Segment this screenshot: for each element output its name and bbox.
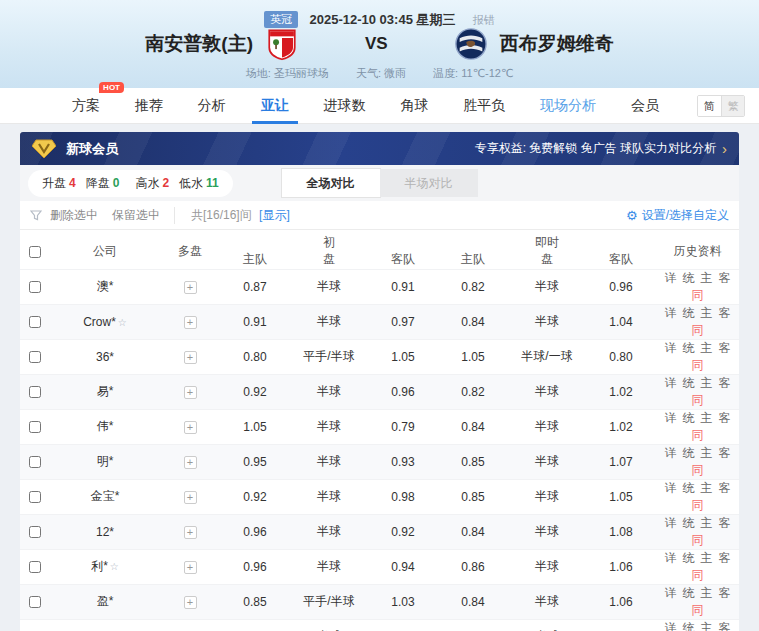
company-link[interactable]: 金宝* [91,489,120,503]
history-away-link[interactable]: 客 [719,306,731,320]
history-away-link[interactable]: 客 [719,376,731,390]
expand-multi-button[interactable]: + [184,456,197,469]
report-error-link[interactable]: 报错 [473,14,495,26]
history-away-link[interactable]: 客 [719,341,731,355]
expand-multi-button[interactable]: + [184,526,197,539]
history-detail-link[interactable]: 详 [665,586,677,600]
row-checkbox[interactable] [29,561,41,573]
company-link[interactable]: 易* [97,384,114,398]
history-same-link[interactable]: 同 [692,533,704,547]
history-home-link[interactable]: 主 [701,516,713,530]
nav-item-jiaoqiu[interactable]: 角球 [400,88,428,123]
history-stats-link[interactable]: 统 [683,586,695,600]
company-link[interactable]: 盈* [97,594,114,608]
history-same-link[interactable]: 同 [692,428,704,442]
history-home-link[interactable]: 主 [701,411,713,425]
history-same-link[interactable]: 同 [692,498,704,512]
row-checkbox[interactable] [29,351,41,363]
tab-full-match[interactable]: 全场对比 [282,169,380,197]
nav-item-jinqiushu[interactable]: 进球数 [324,88,366,123]
history-same-link[interactable]: 同 [692,288,704,302]
expand-multi-button[interactable]: + [184,561,197,574]
history-away-link[interactable]: 客 [719,551,731,565]
history-stats-link[interactable]: 统 [683,621,695,631]
history-detail-link[interactable]: 详 [665,551,677,565]
select-all-checkbox[interactable] [29,246,41,258]
history-stats-link[interactable]: 统 [683,271,695,285]
history-home-link[interactable]: 主 [701,551,713,565]
history-detail-link[interactable]: 详 [665,306,677,320]
row-checkbox[interactable] [29,421,41,433]
expand-multi-button[interactable]: + [184,351,197,364]
nav-item-huiyuan[interactable]: 会员 [631,88,659,123]
history-away-link[interactable]: 客 [719,271,731,285]
history-stats-link[interactable]: 统 [683,306,695,320]
history-home-link[interactable]: 主 [701,481,713,495]
history-away-link[interactable]: 客 [719,516,731,530]
history-home-link[interactable]: 主 [701,271,713,285]
history-same-link[interactable]: 同 [692,393,704,407]
history-home-link[interactable]: 主 [701,446,713,460]
history-home-link[interactable]: 主 [701,341,713,355]
history-detail-link[interactable]: 详 [665,376,677,390]
company-link[interactable]: 12* [96,525,114,539]
expand-multi-button[interactable]: + [184,491,197,504]
history-home-link[interactable]: 主 [701,621,713,631]
expand-multi-button[interactable]: + [184,316,197,329]
history-stats-link[interactable]: 统 [683,516,695,530]
delete-selected-link[interactable]: 删除选中 [50,207,98,224]
history-detail-link[interactable]: 详 [665,446,677,460]
expand-multi-button[interactable]: + [184,596,197,609]
history-detail-link[interactable]: 详 [665,481,677,495]
expand-multi-button[interactable]: + [184,281,197,294]
history-detail-link[interactable]: 详 [665,516,677,530]
history-stats-link[interactable]: 统 [683,341,695,355]
expand-multi-button[interactable]: + [184,386,197,399]
history-same-link[interactable]: 同 [692,323,704,337]
row-checkbox[interactable] [29,526,41,538]
history-away-link[interactable]: 客 [719,481,731,495]
nav-item-tuijian[interactable]: 推荐 [135,88,163,123]
history-stats-link[interactable]: 统 [683,446,695,460]
history-home-link[interactable]: 主 [701,306,713,320]
history-home-link[interactable]: 主 [701,586,713,600]
row-checkbox[interactable] [29,386,41,398]
history-same-link[interactable]: 同 [692,463,704,477]
history-home-link[interactable]: 主 [701,376,713,390]
company-link[interactable]: 澳* [97,279,114,293]
company-link[interactable]: 明* [97,454,114,468]
history-detail-link[interactable]: 详 [665,621,677,631]
history-same-link[interactable]: 同 [692,603,704,617]
nav-item-fenxi[interactable]: 分析 [198,88,226,123]
expand-multi-button[interactable]: + [184,421,197,434]
row-checkbox[interactable] [29,456,41,468]
history-stats-link[interactable]: 统 [683,376,695,390]
history-detail-link[interactable]: 详 [665,341,677,355]
nav-item-fangan[interactable]: 方案 HOT [72,88,100,123]
company-link[interactable]: 伟* [97,419,114,433]
row-checkbox[interactable] [29,491,41,503]
history-away-link[interactable]: 客 [719,411,731,425]
history-away-link[interactable]: 客 [719,621,731,631]
history-stats-link[interactable]: 统 [683,551,695,565]
show-link[interactable]: [显示] [259,208,290,222]
keep-selected-link[interactable]: 保留选中 [112,207,160,224]
row-checkbox[interactable] [29,316,41,328]
nav-item-shengpingfu[interactable]: 胜平负 [463,88,505,123]
history-stats-link[interactable]: 统 [683,481,695,495]
history-stats-link[interactable]: 统 [683,411,695,425]
history-same-link[interactable]: 同 [692,568,704,582]
company-link[interactable]: 利* [91,559,108,573]
history-away-link[interactable]: 客 [719,586,731,600]
company-link[interactable]: Crow* [83,315,116,329]
tab-half-match[interactable]: 半场对比 [380,169,478,197]
lang-traditional-button[interactable]: 繁 [721,96,744,116]
history-detail-link[interactable]: 详 [665,411,677,425]
settings-link[interactable]: ⚙ 设置/选择自定义 [626,207,729,224]
history-detail-link[interactable]: 详 [665,271,677,285]
lang-simplified-button[interactable]: 简 [698,96,721,116]
row-checkbox[interactable] [29,596,41,608]
nav-item-yarang[interactable]: 亚让 [261,88,289,123]
nav-item-xianchangfenxi[interactable]: 现场分析 [540,88,596,123]
company-link[interactable]: 36* [96,350,114,364]
